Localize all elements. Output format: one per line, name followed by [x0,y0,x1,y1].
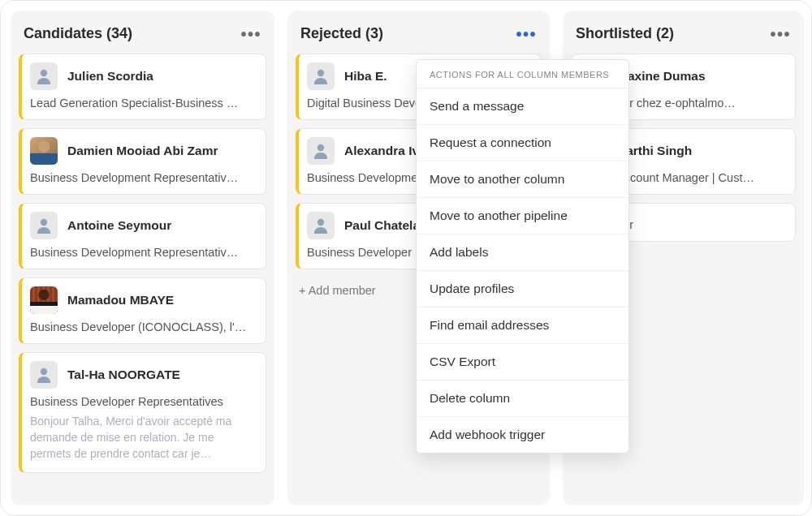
avatar-icon [30,361,58,389]
column-title: Candidates (34) [24,25,132,42]
candidate-name: Julien Scordia [67,69,153,84]
svg-point-5 [317,219,324,226]
menu-add-webhook[interactable]: Add webhook trigger [417,417,628,453]
column-header: Shortlisted (2) ••• [571,19,796,54]
more-icon[interactable]: ••• [240,26,261,42]
candidate-name: Hiba E. [344,69,387,84]
avatar-icon [30,212,58,239]
menu-send-message[interactable]: Send a message [417,88,628,125]
candidate-name: Damien Mooiad Abi Zamr [67,144,218,158]
column-title: Rejected (3) [300,25,383,42]
candidate-card[interactable]: Mamadou MBAYE Business Developer (ICONOC… [19,277,266,344]
avatar-icon [307,212,335,239]
candidate-name: Maxine Dumas [617,69,706,84]
menu-find-emails[interactable]: Find email addresses [417,307,628,344]
avatar-icon [30,62,58,90]
menu-add-labels[interactable]: Add labels [417,234,628,271]
candidate-name: Antoine Seymour [67,218,171,233]
kanban-board: Candidates (34) ••• Julien Scordia Lead … [0,0,812,516]
column-header: Rejected (3) ••• [296,19,542,54]
menu-move-pipeline[interactable]: Move to another pipeline [417,198,628,234]
svg-point-1 [41,219,47,226]
candidate-name: Mamadou MBAYE [67,293,174,307]
avatar-icon [307,62,335,90]
candidate-subtitle: Business Development Representativ… [30,171,256,184]
candidate-card[interactable]: Antoine Seymour Business Development Rep… [19,203,266,269]
menu-move-column[interactable]: Move to another column [417,161,628,198]
more-icon[interactable]: ••• [770,26,791,42]
candidate-card[interactable]: Damien Mooiad Abi Zamr Business Developm… [19,128,266,195]
column-header: Candidates (34) ••• [19,19,266,54]
svg-point-3 [317,70,324,76]
candidate-subtitle: Business Developer (ICONOCLASS), l'… [30,320,256,333]
candidate-subtitle: Lead Generation Specialist-Business … [30,97,256,110]
svg-point-0 [41,70,47,76]
candidate-card[interactable]: Julien Scordia Lead Generation Specialis… [19,54,266,120]
avatar-photo [30,137,58,165]
candidate-note: Bonjour Talha, Merci d'avoir accepté ma … [30,414,256,462]
column-candidates: Candidates (34) ••• Julien Scordia Lead … [11,11,274,505]
more-icon[interactable]: ••• [516,26,537,42]
menu-header: ACTIONS FOR ALL COLUMN MEMBERS [417,60,628,88]
svg-point-4 [317,144,324,151]
candidate-card[interactable]: Tal-Ha NOORGATE Business Developer Repre… [19,352,266,473]
candidate-name: Tal-Ha NOORGATE [67,368,180,382]
column-actions-menu: ACTIONS FOR ALL COLUMN MEMBERS Send a me… [416,59,629,454]
menu-update-profiles[interactable]: Update profiles [417,271,628,307]
avatar-photo [30,286,58,314]
svg-point-2 [41,368,47,375]
candidate-subtitle: Business Development Representativ… [30,246,256,259]
menu-request-connection[interactable]: Request a connection [417,125,628,161]
avatar-icon [307,137,335,165]
column-title: Shortlisted (2) [576,25,674,42]
menu-delete-column[interactable]: Delete column [417,381,628,417]
candidate-subtitle: Business Developer Representatives [30,395,256,408]
menu-csv-export[interactable]: CSV Export [417,344,628,381]
